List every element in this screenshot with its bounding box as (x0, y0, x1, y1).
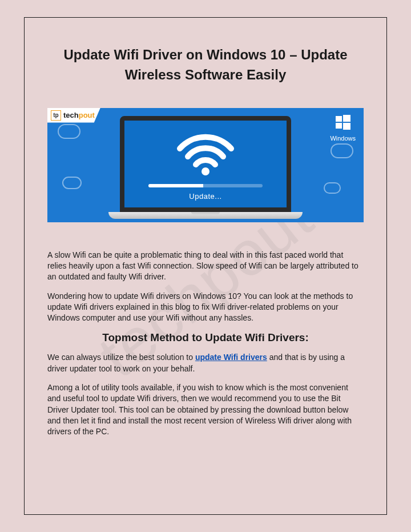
laptop-illustration: Update... (120, 116, 291, 219)
hero-image: tp techpout Windows (47, 108, 364, 222)
page-title: Update Wifi Driver on Windows 10 – Updat… (47, 45, 364, 85)
laptop-screen: Update... (120, 116, 291, 212)
brand-text-right: pout (79, 111, 95, 119)
progress-fill (148, 184, 203, 187)
paragraph-intro-2: Wondering how to update Wifi drivers on … (47, 291, 364, 324)
subheading: Topmost Method to Update Wifi Drivers: (47, 331, 364, 344)
progress-section: Update... (148, 184, 263, 201)
svg-rect-1 (343, 115, 350, 122)
laptop-notch (191, 212, 220, 214)
document-page: techpout Update Wifi Driver on Windows 1… (24, 17, 387, 515)
progress-label: Update... (148, 192, 263, 201)
cloud-icon (324, 182, 341, 194)
svg-point-4 (202, 167, 209, 175)
windows-icon (335, 114, 352, 131)
progress-bar (148, 184, 263, 187)
brand-badge: tp techpout (47, 108, 100, 123)
windows-label: Windows (330, 135, 356, 142)
svg-rect-3 (343, 123, 350, 130)
cloud-icon (62, 177, 82, 189)
brand-text-left: tech (63, 111, 79, 119)
brand-logo-icon: tp (51, 110, 61, 121)
paragraph-intro-1: A slow Wifi can be quite a problematic t… (47, 250, 364, 283)
cloud-icon (331, 143, 353, 158)
document-content: Update Wifi Driver on Windows 10 – Updat… (47, 45, 364, 438)
svg-rect-2 (336, 123, 342, 129)
paragraph-method-2: Among a lot of utility tools available, … (47, 382, 364, 438)
laptop-base (108, 212, 303, 219)
paragraph-method-1: We can always utilize the best solution … (47, 352, 364, 374)
update-wifi-drivers-link[interactable]: update Wifi drivers (195, 353, 267, 362)
wifi-icon (174, 130, 237, 176)
windows-badge: Windows (330, 114, 356, 143)
p3-pre: We can always utilize the best solution … (47, 353, 195, 362)
cloud-icon (58, 124, 80, 139)
svg-rect-0 (336, 116, 342, 122)
